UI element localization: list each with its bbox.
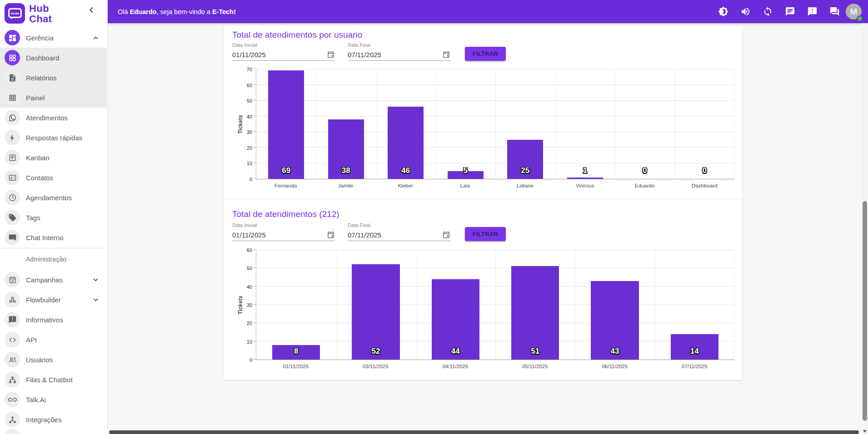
dark-mode-icon[interactable]	[718, 6, 728, 17]
y-tick-label: 50	[228, 98, 252, 104]
grid-outline-icon	[5, 50, 20, 65]
bar-value-label: 5	[436, 166, 496, 175]
calendar-icon[interactable]	[327, 50, 335, 59]
x-axis-label: Laís	[435, 183, 495, 188]
x-axis-labels: FernandaJamileKleberLaísLidianeViníciusE…	[256, 183, 734, 188]
y-tick-mark	[254, 341, 256, 341]
sidebar-item-respostas-rapidas[interactable]: Respostas rápidas	[0, 128, 107, 148]
gridline	[734, 250, 734, 360]
dashboard-icon	[5, 30, 20, 45]
topbar-actions	[718, 0, 840, 23]
hubchat-logo-icon	[5, 3, 25, 24]
y-tick-mark	[254, 69, 256, 69]
sidebar-item-contatos[interactable]: Contatos	[0, 168, 107, 187]
sidebar: Hub Chat GerênciaDashboardRelatóriosPain…	[0, 0, 108, 434]
sidebar-item-informativos[interactable]: Informativos	[0, 310, 107, 330]
plot-area: 693846525100	[256, 69, 734, 179]
sidebar-item-kanban[interactable]: Kanban	[0, 148, 107, 168]
forum-icon[interactable]	[829, 6, 840, 17]
bolt-icon	[5, 130, 20, 145]
start-date-field[interactable]: 01/11/2025	[232, 229, 335, 241]
sidebar-item-label: Gerência	[26, 34, 54, 42]
tag-icon	[5, 210, 20, 225]
calendar-icon[interactable]	[442, 50, 450, 59]
sidebar-item-label: Campanhas	[26, 276, 63, 284]
table-icon	[5, 90, 20, 105]
y-tick-label: 10	[228, 161, 252, 166]
y-tick-label: 30	[228, 302, 252, 308]
sidebar-item-atendimentos[interactable]: Atendimentos	[0, 108, 107, 128]
sidebar-item-agendamentos[interactable]: Agendamentos	[0, 187, 107, 207]
bar-value-label: 8	[256, 347, 336, 356]
gridline	[655, 250, 655, 360]
collapse-sidebar-button[interactable]	[86, 5, 96, 15]
chevron-up-icon	[92, 34, 100, 42]
sidebar-item-gerencia[interactable]: Gerência	[0, 28, 107, 48]
sidebar-item-painel[interactable]: Painel	[0, 88, 107, 108]
sidebar-item-talk-ai[interactable]: Talk.Ai	[0, 390, 107, 409]
dashboard-card: Total de atendimentos por usuario Data I…	[224, 26, 742, 380]
filter-button[interactable]: FILTRAR	[465, 227, 506, 241]
bar-value-label: 38	[316, 166, 376, 175]
bar	[567, 178, 603, 179]
start-date-label: Data Inicial	[232, 42, 257, 48]
scroll-down-arrow-icon[interactable]	[863, 430, 867, 433]
sidebar-item-relatorios[interactable]: Relatórios	[0, 68, 107, 88]
announcement-icon[interactable]	[807, 6, 818, 17]
x-axis-label: Vinícius	[555, 183, 615, 188]
volume-icon[interactable]	[740, 6, 751, 17]
y-tick-mark	[254, 267, 256, 268]
sidebar-section-administracao: Administração	[0, 249, 107, 270]
sidebar-item-usuarios[interactable]: Usuários	[0, 350, 107, 370]
x-axis-label: Eduardo	[615, 183, 675, 188]
end-date-label: Data Final	[348, 222, 370, 228]
sidebar-item-filas-chatbot[interactable]: Filas & Chatbot	[0, 370, 107, 390]
contact-card-icon	[5, 170, 20, 185]
filter-button[interactable]: FILTRAR	[465, 47, 506, 61]
greeting-user: Eduardo	[130, 8, 157, 15]
whatsapp-icon	[5, 110, 20, 125]
gridline	[376, 69, 376, 179]
x-axis-label: 03/11/2025	[336, 364, 416, 369]
bar-value-label: 0	[675, 166, 735, 175]
x-axis-label: 07/11/2025	[655, 364, 735, 369]
sidebar-item-label: Chat Interno	[26, 234, 64, 242]
calendar-icon[interactable]	[327, 231, 335, 239]
avatar-letter: M	[850, 7, 858, 17]
bar-value-label: 51	[495, 347, 575, 356]
sidebar-item-campanhas[interactable]: Campanhas	[0, 270, 107, 290]
gridline	[316, 69, 317, 179]
bar-value-label: 1	[555, 166, 615, 175]
sidebar-item-flowbuilder[interactable]: Flowbuilder	[0, 290, 107, 310]
horizontal-scrollbar-thumb[interactable]	[109, 430, 859, 434]
sidebar-item-dashboard[interactable]: Dashboard	[0, 48, 107, 68]
y-tick-mark	[254, 100, 256, 100]
chart2-title: Total de atendimentos (212)	[232, 209, 339, 219]
sidebar-item-label: Tags	[26, 214, 40, 222]
y-tick-label: 60	[228, 83, 252, 88]
sync-icon[interactable]	[763, 6, 773, 17]
sidebar-item-label: Filas & Chatbot	[26, 376, 73, 384]
chevron-down-icon	[92, 276, 100, 284]
start-date-field[interactable]: 01/11/2025	[232, 49, 335, 61]
chat-icon[interactable]	[785, 6, 795, 17]
bar-value-label: 25	[495, 166, 555, 175]
sidebar-item-chat-interno[interactable]: Chat Interno	[0, 227, 107, 247]
vertical-scrollbar[interactable]	[862, 23, 868, 434]
chart-atendimentos-por-usuario: Tickets 010203040506070 693846525100 Fer…	[224, 66, 742, 192]
vertical-scrollbar-thumb[interactable]	[863, 201, 867, 421]
brand-line2: Chat	[29, 14, 52, 24]
end-date-field[interactable]: 07/11/2025	[348, 49, 450, 61]
calendar-icon[interactable]	[442, 231, 450, 239]
sidebar-item-api[interactable]: API	[0, 330, 107, 350]
gridline	[336, 250, 336, 360]
sidebar-item-integracoes[interactable]: Integrações	[0, 409, 107, 429]
x-axis-label: Lidiane	[495, 183, 555, 188]
info-bubble-icon	[5, 312, 20, 327]
gridline	[495, 69, 496, 179]
kanban-icon	[5, 150, 20, 165]
sidebar-item-tags[interactable]: Tags	[0, 207, 107, 227]
topbar: Olá Eduardo, seja bem-vindo a E-Tech! M	[108, 0, 868, 23]
start-date-value: 01/11/2025	[232, 231, 266, 239]
end-date-field[interactable]: 07/11/2025	[348, 229, 450, 241]
